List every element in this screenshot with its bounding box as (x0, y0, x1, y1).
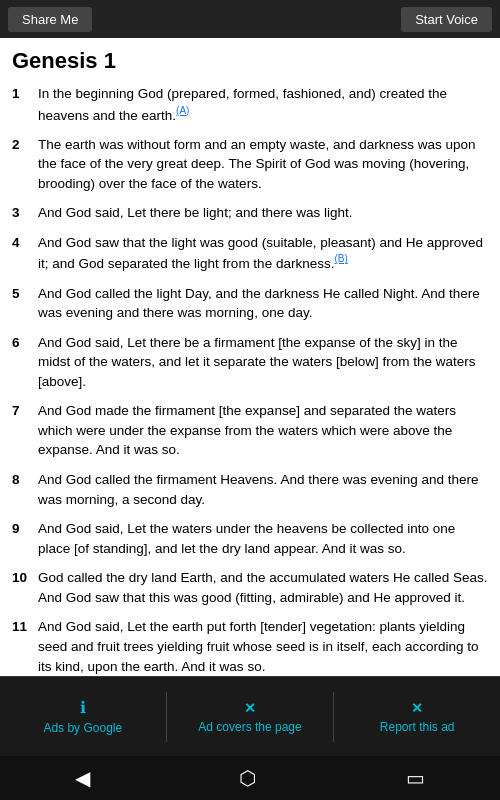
share-button[interactable]: Share Me (8, 7, 92, 32)
verses-container: 1In the beginning God (prepared, formed,… (12, 84, 488, 676)
toolbar: Share Me Start Voice (0, 0, 500, 38)
home-icon: ⬡ (239, 766, 256, 790)
table-row: 4And God saw that the light was good (su… (12, 233, 488, 274)
table-row: 2The earth was without form and an empty… (12, 135, 488, 194)
verse-text: And God said, Let there be a firmament [… (38, 333, 488, 392)
verse-ref-link[interactable]: (B) (334, 253, 347, 264)
table-row: 10God called the dry land Earth, and the… (12, 568, 488, 607)
verse-text: And God said, Let the waters under the h… (38, 519, 488, 558)
table-row: 6And God said, Let there be a firmament … (12, 333, 488, 392)
verse-text: And God said, Let there be light; and th… (38, 203, 488, 223)
ads-by-google[interactable]: ℹ Ads by Google (0, 698, 165, 735)
verse-text: In the beginning God (prepared, formed, … (38, 84, 488, 125)
verse-number: 1 (12, 84, 34, 125)
ad-covers-label: Ad covers the page (198, 720, 301, 734)
verse-text: God called the dry land Earth, and the a… (38, 568, 488, 607)
content-area: Genesis 1 1In the beginning God (prepare… (0, 38, 500, 676)
voice-button[interactable]: Start Voice (401, 7, 492, 32)
verse-text: And God said, Let the earth put forth [t… (38, 617, 488, 676)
verse-number: 2 (12, 135, 34, 194)
report-icon: ✕ (411, 700, 423, 716)
close-icon: ✕ (244, 700, 256, 716)
verse-text: And God made the firmament [the expanse]… (38, 401, 488, 460)
report-ad[interactable]: ✕ Report this ad (335, 700, 500, 734)
ad-covers-page[interactable]: ✕ Ad covers the page (167, 700, 332, 734)
back-button[interactable]: ◀ (55, 758, 110, 798)
ads-by-google-label: Ads by Google (43, 721, 122, 735)
recent-icon: ▭ (406, 766, 425, 790)
verse-text: The earth was without form and an empty … (38, 135, 488, 194)
verse-number: 5 (12, 284, 34, 323)
ad-bar: ℹ Ads by Google ✕ Ad covers the page ✕ R… (0, 676, 500, 756)
verse-text: And God called the light Day, and the da… (38, 284, 488, 323)
table-row: 3And God said, Let there be light; and t… (12, 203, 488, 223)
verse-number: 8 (12, 470, 34, 509)
table-row: 5And God called the light Day, and the d… (12, 284, 488, 323)
nav-bar: ◀ ⬡ ▭ (0, 756, 500, 800)
verse-number: 4 (12, 233, 34, 274)
verse-number: 3 (12, 203, 34, 223)
page-title: Genesis 1 (12, 48, 488, 74)
verse-number: 9 (12, 519, 34, 558)
table-row: 11And God said, Let the earth put forth … (12, 617, 488, 676)
table-row: 8And God called the firmament Heavens. A… (12, 470, 488, 509)
info-icon: ℹ (80, 698, 86, 717)
table-row: 9And God said, Let the waters under the … (12, 519, 488, 558)
verse-number: 11 (12, 617, 34, 676)
recent-button[interactable]: ▭ (386, 758, 445, 798)
verse-number: 6 (12, 333, 34, 392)
verse-number: 7 (12, 401, 34, 460)
home-button[interactable]: ⬡ (219, 758, 276, 798)
back-icon: ◀ (75, 766, 90, 790)
verse-text: And God saw that the light was good (sui… (38, 233, 488, 274)
verse-number: 10 (12, 568, 34, 607)
verse-ref-link[interactable]: (A) (176, 105, 189, 116)
report-ad-label: Report this ad (380, 720, 455, 734)
table-row: 7And God made the firmament [the expanse… (12, 401, 488, 460)
table-row: 1In the beginning God (prepared, formed,… (12, 84, 488, 125)
verse-text: And God called the firmament Heavens. An… (38, 470, 488, 509)
